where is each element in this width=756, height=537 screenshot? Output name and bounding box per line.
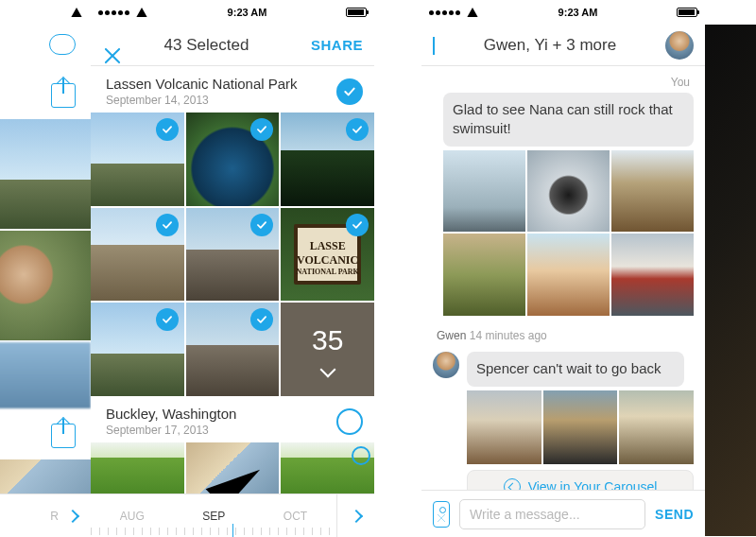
timeline-bar: R <box>0 494 91 537</box>
attach-photo-button[interactable] <box>433 501 450 528</box>
chevron-right-icon <box>349 509 362 522</box>
photo-thumb[interactable] <box>91 303 184 396</box>
select-all-toggle[interactable] <box>336 408 363 435</box>
status-time: 9:23 AM <box>228 7 267 18</box>
phone-screen-left: R <box>0 0 91 537</box>
avatar[interactable] <box>665 31 694 60</box>
photo-thumb[interactable] <box>0 342 91 408</box>
photo-thumb[interactable] <box>281 113 374 206</box>
wifi-icon <box>70 8 83 17</box>
wifi-icon <box>135 8 148 17</box>
view-in-carousel-button[interactable]: View in Your Carousel <box>467 470 694 490</box>
nav-bar: 43 Selected SHARE <box>91 25 374 66</box>
photo-thumb[interactable] <box>543 390 618 465</box>
phone-screen-chat: 9:23 AM Gwen, Yi + 3 more You Glad to se… <box>421 0 705 537</box>
sign-text: LASSE <box>281 239 374 253</box>
message-input-bar: SEND <box>421 490 705 537</box>
section-header: Lassen Volcanic National Park September … <box>91 66 374 113</box>
select-all-toggle[interactable] <box>336 78 363 105</box>
overflow-button[interactable]: 35 <box>281 303 374 396</box>
photo-thumb[interactable] <box>186 113 280 206</box>
battery-icon <box>346 8 367 17</box>
section-date: September 14, 2013 <box>106 94 298 107</box>
message-sender-label: Gwen <box>437 329 466 342</box>
photo-thumb[interactable] <box>443 234 525 316</box>
battery-icon <box>677 8 697 17</box>
photo-thumb[interactable] <box>443 150 525 233</box>
avatar[interactable] <box>433 352 459 378</box>
section-place: Lassen Volcanic National Park <box>106 76 298 92</box>
message-bubble-sent: Glad to see Nana can still rock that swi… <box>443 93 694 147</box>
share-icon[interactable] <box>51 424 76 448</box>
section-date: September 17, 2013 <box>106 424 236 437</box>
photo-thumb[interactable] <box>619 390 694 465</box>
phone-screen-right-partial <box>705 25 756 536</box>
chat-body[interactable]: You Glad to see Nana can still rock that… <box>421 66 705 490</box>
status-bar: 9:23 AM <box>421 0 705 25</box>
chat-title: Gwen, Yi + 3 more <box>484 36 616 55</box>
sign-text: VOLCANIC <box>281 253 374 268</box>
timeline-next-button[interactable] <box>336 494 374 537</box>
selected-check-icon <box>250 214 273 236</box>
photo-thumb[interactable] <box>611 234 694 316</box>
share-button[interactable]: SHARE <box>311 37 363 53</box>
photo-thumb[interactable] <box>611 150 694 233</box>
back-button[interactable] <box>433 37 435 54</box>
selected-check-icon <box>156 214 179 236</box>
photo-thumb[interactable] <box>91 113 184 206</box>
chat-icon[interactable] <box>49 34 76 55</box>
arrow-left-circle-icon <box>504 478 521 490</box>
wifi-icon <box>466 8 479 17</box>
check-icon <box>342 84 357 99</box>
status-time: 9:23 AM <box>558 7 598 18</box>
chevron-right-icon[interactable] <box>66 509 79 522</box>
overflow-count: 35 <box>312 324 343 356</box>
timeline-month[interactable]: OCT <box>284 510 307 523</box>
photo-thumb[interactable] <box>0 119 91 229</box>
view-label: View in Your Carousel <box>528 479 658 490</box>
section-header: Buckley, Washington September 17, 2013 <box>91 396 374 442</box>
photo-thumb[interactable] <box>186 303 280 396</box>
select-toggle[interactable] <box>352 446 370 465</box>
message-bubble-received: Spencer can't wait to go back <box>467 352 684 386</box>
photo-thumb[interactable] <box>186 208 280 302</box>
timeline-month[interactable]: SEP <box>202 510 225 523</box>
photo-thumb[interactable] <box>0 231 91 340</box>
timeline-month[interactable]: AUG <box>120 510 145 523</box>
status-bar: 9:23 AM <box>91 0 374 25</box>
message-photo-grid <box>443 150 694 317</box>
timeline-indicator <box>232 524 233 537</box>
share-icon[interactable] <box>51 83 76 108</box>
photo-thumb[interactable] <box>467 390 541 465</box>
selected-check-icon <box>156 118 179 141</box>
photo-thumb[interactable] <box>91 208 184 302</box>
chevron-left-icon <box>433 37 435 55</box>
message-sender-label: You <box>437 76 690 89</box>
signal-icon <box>98 8 148 17</box>
signal-icon <box>429 8 479 17</box>
photo-thumb[interactable] <box>527 234 610 316</box>
chevron-down-icon <box>319 361 335 377</box>
photo-thumb[interactable] <box>527 150 610 233</box>
timeline-bar[interactable]: AUG SEP OCT <box>91 494 374 537</box>
status-bar <box>0 0 91 25</box>
section-place: Buckley, Washington <box>106 406 236 422</box>
send-button[interactable]: SEND <box>655 507 694 522</box>
photo-thumb[interactable]: LASSE VOLCANIC NATIONAL PARK <box>281 208 374 302</box>
message-age: 14 minutes ago <box>470 329 547 342</box>
message-photo-row <box>467 390 694 465</box>
nav-bar: Gwen, Yi + 3 more <box>421 25 705 66</box>
selected-check-icon <box>156 308 179 331</box>
selected-check-icon <box>346 118 369 141</box>
timeline-month: R <box>50 510 59 523</box>
phone-screen-selection: 9:23 AM 43 Selected SHARE Lassen Volcani… <box>91 0 374 537</box>
message-input[interactable] <box>459 499 645 529</box>
selected-check-icon <box>346 214 369 236</box>
sign-text: NATIONAL PARK <box>281 268 374 277</box>
photo-grid: LASSE VOLCANIC NATIONAL PARK 35 <box>91 113 374 396</box>
timeline-ticks <box>91 528 336 535</box>
page-title: 43 Selected <box>164 36 249 55</box>
